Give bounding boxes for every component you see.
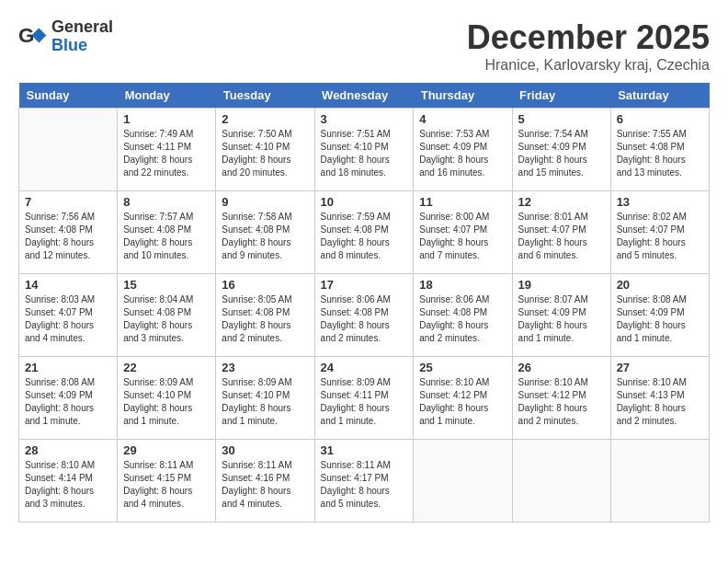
svg-text:G: G <box>18 24 34 47</box>
day-info: Sunrise: 7:53 AM Sunset: 4:09 PM Dayligh… <box>419 128 506 179</box>
calendar-cell: 6Sunrise: 7:55 AM Sunset: 4:08 PM Daylig… <box>610 109 709 191</box>
calendar-cell: 11Sunrise: 8:00 AM Sunset: 4:07 PM Dayli… <box>414 191 512 274</box>
day-number: 26 <box>518 361 605 374</box>
day-info: Sunrise: 8:11 AM Sunset: 4:16 PM Dayligh… <box>222 459 308 511</box>
day-number: 20 <box>617 278 703 292</box>
weekday-header-sunday: Sunday <box>19 83 118 109</box>
day-info: Sunrise: 7:54 AM Sunset: 4:09 PM Dayligh… <box>518 128 605 179</box>
day-info: Sunrise: 8:10 AM Sunset: 4:12 PM Dayligh… <box>518 376 605 428</box>
day-number: 19 <box>518 278 605 292</box>
weekday-header-wednesday: Wednesday <box>314 83 414 109</box>
day-info: Sunrise: 8:11 AM Sunset: 4:15 PM Dayligh… <box>123 459 210 511</box>
day-info: Sunrise: 8:10 AM Sunset: 4:13 PM Dayligh… <box>617 376 703 428</box>
day-number: 27 <box>617 361 703 374</box>
logo: G General Blue <box>18 18 113 55</box>
day-info: Sunrise: 7:49 AM Sunset: 4:11 PM Dayligh… <box>123 128 210 179</box>
calendar-table: SundayMondayTuesdayWednesdayThursdayFrid… <box>18 83 710 523</box>
day-number: 2 <box>222 112 308 126</box>
calendar-cell: 20Sunrise: 8:08 AM Sunset: 4:09 PM Dayli… <box>610 274 709 357</box>
calendar-cell: 3Sunrise: 7:51 AM Sunset: 4:10 PM Daylig… <box>314 109 414 191</box>
calendar-cell: 31Sunrise: 8:11 AM Sunset: 4:17 PM Dayli… <box>314 440 414 523</box>
logo-text: General Blue <box>51 18 113 55</box>
calendar-cell <box>414 440 512 523</box>
day-number: 13 <box>617 195 703 209</box>
calendar-cell: 19Sunrise: 8:07 AM Sunset: 4:09 PM Dayli… <box>512 274 610 357</box>
weekday-header-tuesday: Tuesday <box>216 83 314 109</box>
calendar-cell: 26Sunrise: 8:10 AM Sunset: 4:12 PM Dayli… <box>512 357 610 440</box>
day-number: 29 <box>123 443 210 457</box>
day-number: 22 <box>123 361 210 374</box>
calendar-cell: 27Sunrise: 8:10 AM Sunset: 4:13 PM Dayli… <box>610 357 709 440</box>
calendar-cell: 24Sunrise: 8:09 AM Sunset: 4:11 PM Dayli… <box>314 357 414 440</box>
day-number: 11 <box>419 195 506 209</box>
day-info: Sunrise: 8:08 AM Sunset: 4:09 PM Dayligh… <box>25 376 111 428</box>
day-number: 24 <box>321 361 408 374</box>
day-info: Sunrise: 8:03 AM Sunset: 4:07 PM Dayligh… <box>25 293 111 345</box>
day-number: 30 <box>222 443 308 457</box>
day-info: Sunrise: 8:06 AM Sunset: 4:08 PM Dayligh… <box>321 293 408 345</box>
day-info: Sunrise: 8:00 AM Sunset: 4:07 PM Dayligh… <box>419 211 506 262</box>
logo-blue: Blue <box>51 37 113 55</box>
weekday-header-friday: Friday <box>512 83 610 109</box>
calendar-cell: 12Sunrise: 8:01 AM Sunset: 4:07 PM Dayli… <box>512 191 610 274</box>
calendar-cell <box>19 109 118 191</box>
day-number: 1 <box>123 112 210 126</box>
title-area: December 2025 Hranice, Karlovarsky kraj,… <box>467 18 710 74</box>
calendar-cell: 28Sunrise: 8:10 AM Sunset: 4:14 PM Dayli… <box>19 440 118 523</box>
day-info: Sunrise: 8:01 AM Sunset: 4:07 PM Dayligh… <box>518 211 605 262</box>
day-number: 12 <box>518 195 605 209</box>
day-number: 17 <box>321 278 408 292</box>
day-info: Sunrise: 7:59 AM Sunset: 4:08 PM Dayligh… <box>321 211 408 262</box>
day-info: Sunrise: 8:09 AM Sunset: 4:11 PM Dayligh… <box>321 376 408 428</box>
calendar-cell: 23Sunrise: 8:09 AM Sunset: 4:10 PM Dayli… <box>216 357 314 440</box>
logo-icon: G <box>18 22 48 52</box>
calendar-cell: 2Sunrise: 7:50 AM Sunset: 4:10 PM Daylig… <box>216 109 314 191</box>
calendar-week-row: 28Sunrise: 8:10 AM Sunset: 4:14 PM Dayli… <box>19 440 710 523</box>
day-info: Sunrise: 7:51 AM Sunset: 4:10 PM Dayligh… <box>321 128 408 179</box>
calendar-cell: 9Sunrise: 7:58 AM Sunset: 4:08 PM Daylig… <box>216 191 314 274</box>
day-info: Sunrise: 8:07 AM Sunset: 4:09 PM Dayligh… <box>518 293 605 345</box>
day-info: Sunrise: 8:08 AM Sunset: 4:09 PM Dayligh… <box>617 293 703 345</box>
month-title: December 2025 <box>467 18 710 57</box>
day-number: 28 <box>25 443 111 457</box>
calendar-cell: 14Sunrise: 8:03 AM Sunset: 4:07 PM Dayli… <box>19 274 118 357</box>
day-number: 7 <box>25 195 111 209</box>
calendar-cell: 25Sunrise: 8:10 AM Sunset: 4:12 PM Dayli… <box>414 357 512 440</box>
day-number: 15 <box>123 278 210 292</box>
day-info: Sunrise: 8:06 AM Sunset: 4:08 PM Dayligh… <box>419 293 506 345</box>
calendar-cell <box>610 440 709 523</box>
calendar-cell: 30Sunrise: 8:11 AM Sunset: 4:16 PM Dayli… <box>216 440 314 523</box>
calendar-cell: 13Sunrise: 8:02 AM Sunset: 4:07 PM Dayli… <box>610 191 709 274</box>
calendar-cell: 22Sunrise: 8:09 AM Sunset: 4:10 PM Dayli… <box>118 357 216 440</box>
day-number: 8 <box>123 195 210 209</box>
day-number: 18 <box>419 278 506 292</box>
day-info: Sunrise: 7:55 AM Sunset: 4:08 PM Dayligh… <box>617 128 703 179</box>
day-info: Sunrise: 7:56 AM Sunset: 4:08 PM Dayligh… <box>25 211 111 262</box>
day-number: 16 <box>222 278 308 292</box>
calendar-week-row: 14Sunrise: 8:03 AM Sunset: 4:07 PM Dayli… <box>19 274 710 357</box>
day-number: 10 <box>321 195 408 209</box>
day-number: 14 <box>25 278 111 292</box>
calendar-cell: 10Sunrise: 7:59 AM Sunset: 4:08 PM Dayli… <box>314 191 414 274</box>
day-number: 23 <box>222 361 308 374</box>
weekday-header-monday: Monday <box>118 83 216 109</box>
day-info: Sunrise: 8:10 AM Sunset: 4:12 PM Dayligh… <box>419 376 506 428</box>
day-info: Sunrise: 8:10 AM Sunset: 4:14 PM Dayligh… <box>25 459 111 511</box>
weekday-header-row: SundayMondayTuesdayWednesdayThursdayFrid… <box>19 83 710 109</box>
calendar-cell: 18Sunrise: 8:06 AM Sunset: 4:08 PM Dayli… <box>414 274 512 357</box>
day-number: 25 <box>419 361 506 374</box>
day-number: 4 <box>419 112 506 126</box>
day-number: 9 <box>222 195 308 209</box>
header: G General Blue December 2025 Hranice, Ka… <box>18 18 710 74</box>
day-info: Sunrise: 8:05 AM Sunset: 4:08 PM Dayligh… <box>222 293 308 345</box>
day-info: Sunrise: 7:57 AM Sunset: 4:08 PM Dayligh… <box>123 211 210 262</box>
weekday-header-thursday: Thursday <box>414 83 512 109</box>
day-info: Sunrise: 8:09 AM Sunset: 4:10 PM Dayligh… <box>123 376 210 428</box>
calendar-cell: 21Sunrise: 8:08 AM Sunset: 4:09 PM Dayli… <box>19 357 118 440</box>
calendar-cell: 8Sunrise: 7:57 AM Sunset: 4:08 PM Daylig… <box>118 191 216 274</box>
calendar-cell: 1Sunrise: 7:49 AM Sunset: 4:11 PM Daylig… <box>118 109 216 191</box>
day-number: 6 <box>617 112 703 126</box>
day-info: Sunrise: 8:09 AM Sunset: 4:10 PM Dayligh… <box>222 376 308 428</box>
day-number: 3 <box>321 112 408 126</box>
location-title: Hranice, Karlovarsky kraj, Czechia <box>467 57 710 74</box>
